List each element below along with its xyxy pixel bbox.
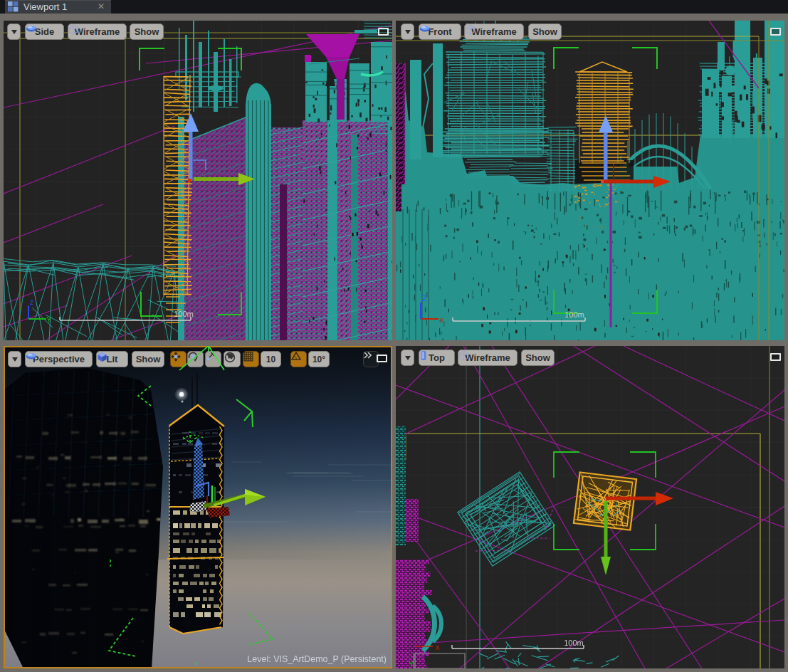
svg-text:z: z bbox=[30, 298, 33, 306]
svg-text:x: x bbox=[436, 643, 440, 651]
svg-text:100m: 100m bbox=[564, 310, 584, 319]
svg-text:Level: VIS_ArtDemo_P (Persist: Level: VIS_ArtDemo_P (Persistent) bbox=[247, 654, 387, 664]
svg-text:x: x bbox=[440, 315, 444, 324]
svg-text:Z: Z bbox=[422, 294, 427, 303]
svg-text:100m: 100m bbox=[174, 310, 194, 318]
svg-text:Y: Y bbox=[46, 315, 52, 324]
svg-text:100m: 100m bbox=[564, 639, 584, 647]
